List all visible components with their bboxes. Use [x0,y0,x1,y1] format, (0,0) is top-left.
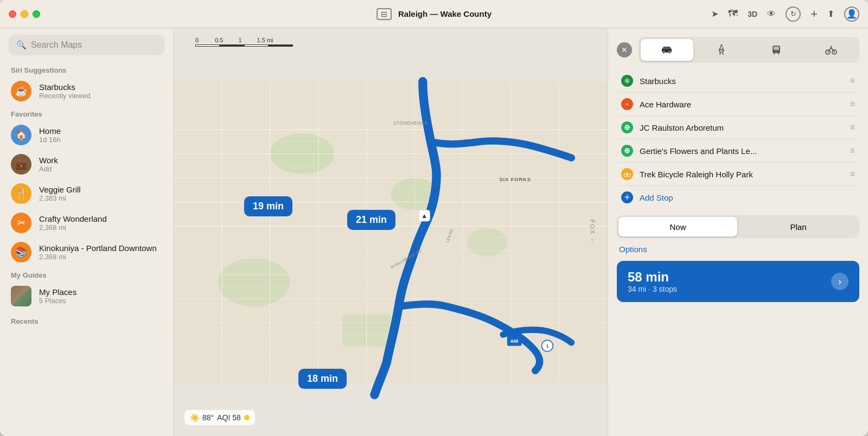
my-places-sub: 5 Places [39,297,76,305]
weather-temp: 88° [202,413,214,422]
sidebar-item-starbucks[interactable]: ☕ Starbucks Recently viewed [0,76,173,106]
close-button[interactable] [9,10,16,18]
map-area[interactable]: SIX FORKS W MILLBROOK RD STONEHENGE LEA … [174,28,608,436]
transport-transit-button[interactable] [750,39,803,61]
veggie-grill-icon: 🍴 [11,183,31,204]
stop-item-trek-bicycle[interactable]: Trek Bicycle Raleigh Holly Park ≡ [617,163,859,186]
scale-15: 1.5 mi [257,37,273,43]
sidebar: 🔍 Search Maps Siri Suggestions ☕ Starbuc… [0,28,174,436]
svg-point-4 [467,228,507,257]
scale-1: 1 [238,37,241,43]
sidebar-item-home[interactable]: 🏠 Home 1d 16h [0,120,173,150]
veggie-grill-name: Veggie Grill [39,185,81,194]
svg-line-48 [719,49,723,50]
ace-hardware-stop-icon: H [621,98,633,110]
transport-drive-button[interactable] [641,39,693,61]
home-name: Home [39,126,61,136]
transport-walk-button[interactable] [695,39,748,61]
close-panel-button[interactable]: ✕ [617,42,632,57]
recents-header: Recents [0,311,173,328]
svg-point-45 [663,52,665,54]
sidebar-item-crafty-wonderland[interactable]: ✂ Crafty Wonderland 2,368 mi [0,208,173,238]
aqi-dot [244,415,250,420]
jc-raulston-stop-name: JC Raulston Arboretum [640,123,844,132]
scale-0: 0 [195,37,199,43]
search-icon: 🔍 [16,40,27,50]
gerties-stop-name: Gertie's Flowers and Plants Le... [640,146,844,156]
3d-button[interactable]: 3D [748,10,757,18]
svg-point-52 [777,51,779,53]
profile-icon[interactable]: 👤 [844,7,859,22]
ace-hardware-drag-icon[interactable]: ≡ [850,99,855,109]
svg-line-54 [778,53,779,54]
jc-raulston-drag-icon[interactable]: ≡ [850,123,855,132]
now-button[interactable]: Now [618,217,737,236]
siri-suggestions-header: Siri Suggestions [0,62,173,76]
transport-cycle-button[interactable] [805,39,857,61]
options-label: Options [617,245,649,254]
stop-item-starbucks[interactable]: S Starbucks ≡ [617,69,859,93]
home-icon: 🏠 [11,125,31,145]
stop-item-ace-hardware[interactable]: H Ace Hardware ≡ [617,93,859,116]
stop-item-gerties-flowers[interactable]: Gertie's Flowers and Plants Le... ≡ [617,139,859,163]
weather-icon: ☀️ [190,413,199,422]
maximize-button[interactable] [33,10,40,18]
starbucks-sub: Recently viewed [39,92,91,100]
starbucks-name: Starbucks [39,82,91,92]
route-badge-18min[interactable]: 18 min [298,369,347,389]
route-icon[interactable]: ↻ [786,7,801,22]
scale-05: 0.5 [215,37,223,43]
route-badge-19min[interactable]: 19 min [244,196,292,216]
svg-text:▲: ▲ [421,212,427,220]
route-result[interactable]: 58 min 34 mi · 3 stops › [617,261,859,302]
plan-button[interactable]: Plan [739,217,858,236]
svg-text:SIX FORKS: SIX FORKS [499,176,531,182]
sidebar-item-veggie-grill[interactable]: 🍴 Veggie Grill 2,383 mi [0,179,173,208]
plus-icon[interactable]: + [810,7,818,21]
svg-text:STONEHENGE: STONEHENGE [393,121,428,126]
sidebar-toggle-button[interactable]: ⊟ [376,8,392,20]
work-name: Work [39,156,58,165]
map-icon[interactable]: 🗺 [728,8,738,20]
titlebar-center: ⊟ Raleigh — Wake County [376,8,492,20]
route-badge-21min[interactable]: 21 min [347,210,395,230]
search-bar[interactable]: 🔍 Search Maps [9,35,164,55]
sidebar-item-work[interactable]: 💼 Work Add [0,150,173,179]
search-placeholder: Search Maps [31,40,82,50]
svg-text:S: S [626,79,628,84]
traffic-lights [9,10,40,18]
share-icon[interactable]: ⬆ [827,9,834,19]
starbucks-stop-icon: S [621,75,633,87]
svg-text:H: H [626,102,629,107]
trek-bicycle-stop-name: Trek Bicycle Raleigh Holly Park [640,170,844,179]
stop-item-jc-raulston[interactable]: JC Raulston Arboretum ≡ [617,116,859,139]
my-places-icon [11,286,31,306]
weather-badge: ☀️ 88° AQI 58 [184,410,255,425]
add-stop-icon: + [621,191,633,203]
map-scale: 0 0.5 1 1.5 mi [195,37,293,47]
sidebar-item-my-places[interactable]: My Places 5 Places [0,281,173,311]
route-details: 34 mi · 3 stops [628,285,677,293]
minimize-button[interactable] [21,10,28,18]
svg-text:1: 1 [546,343,548,349]
starbucks-drag-icon[interactable]: ≡ [850,76,855,86]
binoculars-icon[interactable]: 👁 [767,9,776,19]
main-content: 🔍 Search Maps Siri Suggestions ☕ Starbuc… [0,28,868,436]
ace-hardware-stop-name: Ace Hardware [640,100,844,109]
kinokuniya-name: Kinokuniya - Portland Downtown [39,243,157,253]
svg-point-46 [669,52,671,54]
stops-list: S Starbucks ≡ H Ace Hardware ≡ [617,69,859,209]
options-link[interactable]: Options [617,245,859,254]
transport-modes [639,37,859,63]
gerties-drag-icon[interactable]: ≡ [850,146,855,156]
time-buttons: Now Plan [617,215,859,238]
fox-label: FOX ← [590,220,596,245]
add-stop-item[interactable]: + Add Stop [617,186,859,209]
window-title: Raleigh — Wake County [398,9,492,18]
route-time: 58 min [628,270,677,285]
location-icon[interactable]: ➤ [711,9,718,19]
panel-top-row: ✕ [617,37,859,63]
sidebar-item-kinokuniya[interactable]: 📚 Kinokuniya - Portland Downtown 2,368 m… [0,238,173,267]
favorites-header: Favorites [0,106,173,120]
trek-bicycle-drag-icon[interactable]: ≡ [850,169,855,179]
